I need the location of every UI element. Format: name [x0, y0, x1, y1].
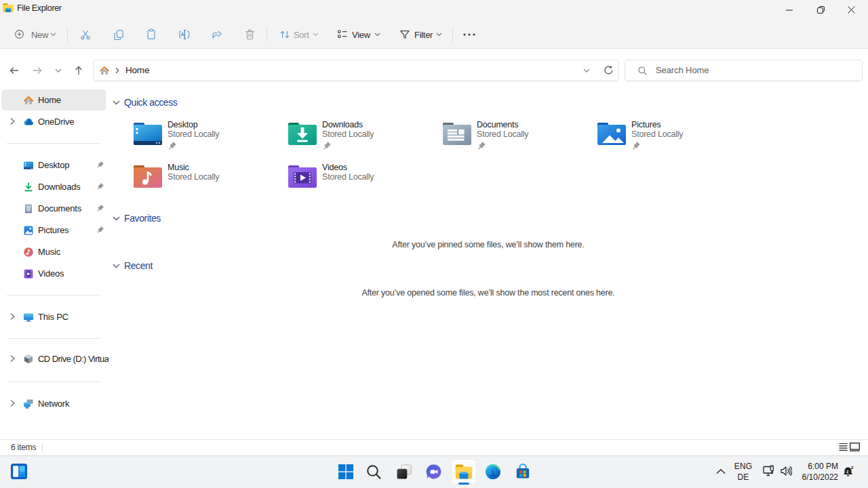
- svg-text:z: z: [851, 466, 854, 470]
